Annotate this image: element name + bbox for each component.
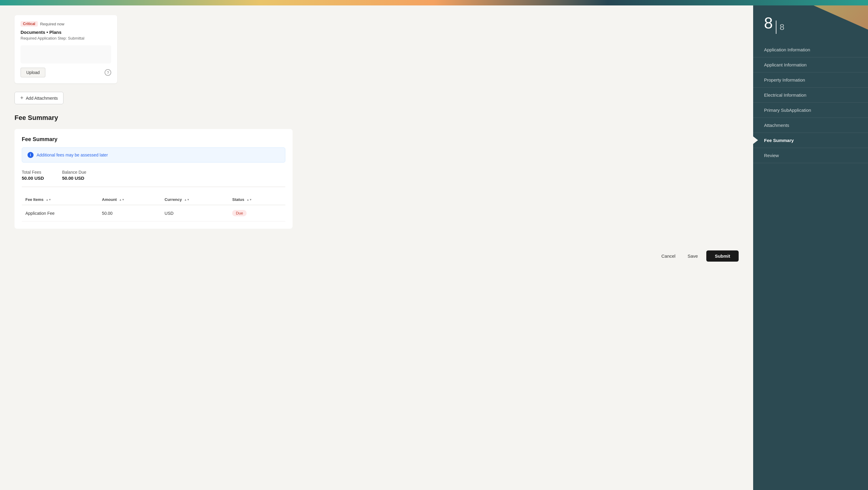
sidebar-item-label: Primary SubApplication xyxy=(764,107,811,113)
sidebar-item-label: Attachments xyxy=(764,123,789,128)
col-currency[interactable]: Currency ▲▼ xyxy=(161,194,229,205)
required-text: Required now xyxy=(40,22,64,26)
sidebar-item-fee-summary[interactable]: Fee Summary xyxy=(753,133,868,148)
balance-due-label: Balance Due xyxy=(62,170,86,174)
total-fees-item: Total Fees 50.00 USD xyxy=(22,170,44,181)
critical-badge: Critical xyxy=(21,21,38,27)
sort-currency-icon: ▲▼ xyxy=(184,198,189,201)
sidebar-item-label: Property Information xyxy=(764,77,805,83)
step-divider xyxy=(776,21,776,34)
info-banner: i Additional fees may be assessed later xyxy=(22,148,285,163)
fee-table: Fee Items ▲▼ Amount ▲▼ Currency ▲▼ xyxy=(22,194,285,222)
upload-button[interactable]: Upload xyxy=(21,68,45,77)
col-fee-items[interactable]: Fee Items ▲▼ xyxy=(22,194,98,205)
info-banner-text: Additional fees may be assessed later xyxy=(37,153,108,157)
save-button[interactable]: Save xyxy=(684,251,702,261)
sort-amount-icon: ▲▼ xyxy=(119,198,125,201)
fee-summary-subsection-title: Fee Summary xyxy=(22,136,285,142)
help-icon[interactable]: ? xyxy=(104,69,111,76)
table-row: Application Fee 50.00 USD Due xyxy=(22,205,285,222)
document-title: Documents • Plans xyxy=(21,30,111,35)
cancel-button[interactable]: Cancel xyxy=(658,251,679,261)
fee-summary-section: Fee Summary Fee Summary i Additional fee… xyxy=(14,114,739,229)
sort-fee-items-icon: ▲▼ xyxy=(46,198,51,201)
sidebar-item-applicant-information[interactable]: Applicant Information xyxy=(753,57,868,72)
action-bar: Cancel Save Submit xyxy=(14,243,739,262)
fee-summary-container: Fee Summary i Additional fees may be ass… xyxy=(14,129,292,229)
cell-status: Due xyxy=(228,205,285,222)
step-total: 8 xyxy=(780,22,784,32)
sidebar-item-label: Review xyxy=(764,153,779,158)
upload-drop-area xyxy=(21,45,111,63)
add-attachments-label: Add Attachments xyxy=(26,96,58,101)
fee-totals: Total Fees 50.00 USD Balance Due 50.00 U… xyxy=(22,170,285,187)
cell-amount: 50.00 xyxy=(98,205,161,222)
sidebar-item-primary-subapplication[interactable]: Primary SubApplication xyxy=(753,103,868,118)
col-amount[interactable]: Amount ▲▼ xyxy=(98,194,161,205)
document-card: Critical Required now Documents • Plans … xyxy=(14,15,117,84)
sidebar-item-label: Fee Summary xyxy=(764,138,794,143)
sidebar-item-electrical-information[interactable]: Electrical Information xyxy=(753,88,868,103)
cell-currency: USD xyxy=(161,205,229,222)
sidebar-item-label: Applicant Information xyxy=(764,62,807,67)
step-current: 8 xyxy=(764,14,773,32)
sidebar-item-label: Application Information xyxy=(764,47,810,52)
document-subtitle: Required Application Step: Submittal xyxy=(21,36,111,40)
total-fees-value: 50.00 USD xyxy=(22,175,44,181)
submit-button[interactable]: Submit xyxy=(706,251,739,262)
main-content: Critical Required now Documents • Plans … xyxy=(0,5,753,490)
step-counter: 8 8 xyxy=(753,5,868,42)
add-attachments-button[interactable]: + Add Attachments xyxy=(14,92,63,104)
total-fees-label: Total Fees xyxy=(22,170,44,174)
sidebar-item-property-information[interactable]: Property Information xyxy=(753,72,868,88)
balance-due-item: Balance Due 50.00 USD xyxy=(62,170,86,181)
upload-button-label: Upload xyxy=(26,70,39,75)
top-decorative-bar xyxy=(0,0,868,5)
sidebar-item-label: Electrical Information xyxy=(764,92,806,98)
cell-fee-item: Application Fee xyxy=(22,205,98,222)
plus-icon: + xyxy=(20,95,24,101)
col-status[interactable]: Status ▲▼ xyxy=(228,194,285,205)
sidebar-item-review[interactable]: Review xyxy=(753,148,868,163)
nav-item-arrow xyxy=(753,136,758,144)
status-badge: Due xyxy=(232,210,247,216)
fee-summary-section-title: Fee Summary xyxy=(14,114,739,122)
balance-due-value: 50.00 USD xyxy=(62,175,86,181)
sidebar-item-attachments[interactable]: Attachments xyxy=(753,118,868,133)
sidebar: 8 8 Application InformationApplicant Inf… xyxy=(753,5,868,490)
info-icon: i xyxy=(28,152,34,158)
sidebar-item-application-information[interactable]: Application Information xyxy=(753,42,868,57)
sort-status-icon: ▲▼ xyxy=(247,198,252,201)
sidebar-nav: Application InformationApplicant Informa… xyxy=(753,42,868,169)
